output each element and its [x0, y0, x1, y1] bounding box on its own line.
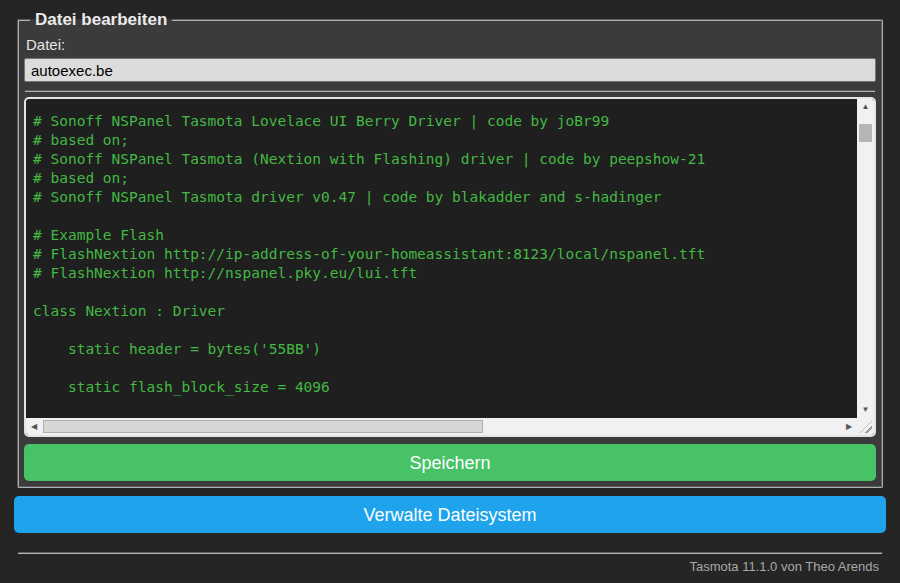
- vertical-scrollbar[interactable]: ▲ ▼: [857, 99, 874, 418]
- resize-grip-icon[interactable]: [860, 421, 872, 433]
- vertical-scrollbar-thumb[interactable]: [859, 124, 872, 142]
- save-button[interactable]: Speichern: [24, 444, 876, 481]
- scroll-left-icon[interactable]: ◀: [26, 418, 42, 435]
- scroll-down-icon[interactable]: ▼: [857, 402, 874, 418]
- manage-filesystem-button[interactable]: Verwalte Dateisystem: [14, 496, 886, 533]
- horizontal-scrollbar-thumb[interactable]: [43, 420, 483, 433]
- file-name-label: Datei:: [26, 36, 874, 54]
- divider: [25, 90, 875, 92]
- file-name-input[interactable]: [24, 58, 876, 82]
- card-title: Datei bearbeiten: [30, 10, 172, 30]
- page-container: Datei bearbeiten Datei: # Sonoff NSPanel…: [0, 10, 900, 574]
- scrollbar-corner: [857, 418, 874, 435]
- file-content-textarea[interactable]: # Sonoff NSPanel Tasmota Lovelace UI Ber…: [24, 97, 876, 437]
- footer-version-text: Tasmota 11.1.0 von Theo Arends: [14, 554, 886, 574]
- scroll-up-icon[interactable]: ▲: [857, 99, 874, 115]
- file-content-text: # Sonoff NSPanel Tasmota Lovelace UI Ber…: [26, 99, 874, 397]
- scroll-right-icon[interactable]: ▶: [841, 418, 857, 435]
- horizontal-scrollbar[interactable]: ◀ ▶: [26, 418, 857, 435]
- edit-file-card: Datei bearbeiten Datei: # Sonoff NSPanel…: [17, 10, 883, 488]
